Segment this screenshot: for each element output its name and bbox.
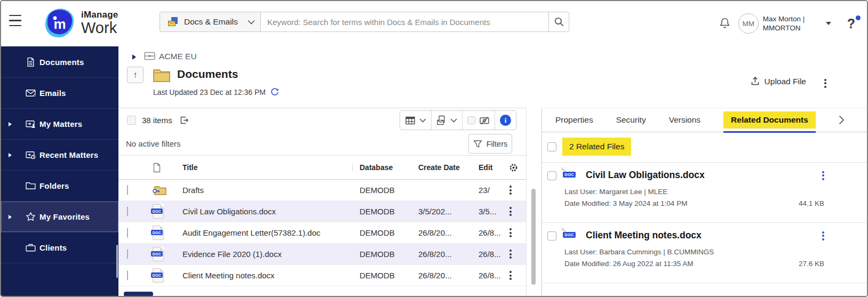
- header-more-options-icon[interactable]: [824, 77, 826, 89]
- table-header: Title Database Create Date Edit: [118, 156, 526, 180]
- filters-row: No active filters Filters: [118, 132, 526, 156]
- avatar[interactable]: MM: [738, 13, 759, 34]
- row-checkbox[interactable]: [127, 185, 128, 195]
- doc-email-view-icon: [436, 115, 447, 125]
- search-input[interactable]: [261, 12, 549, 32]
- search-scope-dropdown[interactable]: Docs & Emails: [160, 12, 261, 32]
- sidebar-filler: [1, 263, 118, 294]
- sidebar-item-emails[interactable]: Emails: [1, 77, 118, 108]
- related-file-card[interactable]: DOC Civil Law Obligations.docx Last User…: [542, 163, 868, 223]
- tab-properties[interactable]: Properties: [555, 115, 593, 125]
- recent-matters-icon: [25, 149, 36, 160]
- table-row[interactable]: DOC Civil Law Obligations.docx DEMODB 3/…: [118, 201, 526, 222]
- select-all-checkbox[interactable]: [127, 116, 136, 125]
- preview-toggle-group[interactable]: [462, 111, 495, 130]
- notifications-bell-icon[interactable]: [718, 17, 732, 31]
- row-title[interactable]: Client Meeting notes.docx: [182, 271, 360, 280]
- sidebar-item-my-favorites[interactable]: My Favorites: [1, 201, 118, 232]
- row-title[interactable]: Audit Engagement Letter(57382.1).doc: [182, 228, 360, 237]
- table-row[interactable]: DOC Audit Engagement Letter(57382.1).doc…: [118, 222, 526, 244]
- row-create-date: 26/8/20...: [418, 228, 479, 237]
- expand-arrow-icon[interactable]: [9, 153, 12, 157]
- navigate-up-button[interactable]: ↑: [127, 67, 144, 83]
- column-header-title[interactable]: Title: [182, 163, 360, 172]
- word-doc-icon: DOC: [153, 268, 182, 283]
- file-title[interactable]: Client Meeting notes.docx: [586, 230, 702, 241]
- chevron-down-icon: [248, 20, 255, 25]
- row-database: DEMODB: [360, 250, 418, 259]
- table-row[interactable]: DOC Client Meeting notes.docx DEMODB 26/…: [118, 265, 526, 286]
- column-header-database[interactable]: Database: [360, 163, 418, 172]
- more-tabs-chevron-icon[interactable]: [839, 115, 845, 125]
- sidebar-item-my-matters[interactable]: My Matters: [1, 108, 118, 139]
- file-type-column-icon[interactable]: [153, 163, 182, 173]
- upload-file-button[interactable]: Upload File: [750, 76, 806, 86]
- related-file-card[interactable]: DOC Client Meeting notes.docx Last User:…: [542, 223, 868, 283]
- filters-label: Filters: [487, 140, 507, 148]
- column-header-create-date[interactable]: Create Date: [418, 163, 479, 172]
- preview-checkbox[interactable]: [467, 116, 475, 124]
- row-more-options-icon[interactable]: [509, 184, 512, 196]
- file-more-options-icon[interactable]: [822, 230, 824, 242]
- no-active-filters-text: No active filters: [126, 139, 181, 148]
- sidebar-item-recent-matters[interactable]: Recent Matters: [1, 139, 118, 170]
- row-checkbox[interactable]: [127, 206, 128, 216]
- filters-button[interactable]: Filters: [468, 134, 512, 154]
- sidebar-scrollbar[interactable]: [116, 245, 118, 278]
- tab-related-documents[interactable]: Related Documents: [723, 111, 816, 129]
- refresh-icon[interactable]: [270, 87, 280, 97]
- file-size: 44.1 KB: [799, 199, 824, 207]
- sidebar-item-label: Documents: [39, 58, 84, 67]
- help-button[interactable]: ?: [847, 16, 855, 31]
- file-more-options-icon[interactable]: [822, 170, 824, 181]
- expand-arrow-icon[interactable]: [9, 215, 12, 219]
- sidebar-item-documents[interactable]: Documents: [1, 46, 118, 77]
- table-row[interactable]: DOC Evidence File 2020 (1).docx DEMODB 2…: [118, 244, 526, 265]
- top-bar: m iManage Work Docs & Emails: [1, 1, 867, 46]
- row-more-options-icon[interactable]: [509, 205, 512, 217]
- column-settings-gear-icon[interactable]: [508, 163, 519, 173]
- row-title[interactable]: Drafts: [182, 186, 360, 195]
- content-type-dropdown[interactable]: [431, 111, 462, 130]
- sidebar-item-label: Clients: [39, 243, 67, 252]
- file-checkbox[interactable]: [547, 231, 556, 240]
- file-last-user: Last User: Margaret Lee | MLEE: [564, 188, 667, 196]
- horizontal-scrollbar[interactable]: [124, 292, 153, 296]
- folder-key-icon: [153, 184, 182, 196]
- tab-security[interactable]: Security: [616, 115, 646, 125]
- table-row[interactable]: Drafts DEMODB 23/: [118, 180, 526, 201]
- word-doc-icon: DOC: [564, 228, 566, 237]
- file-title[interactable]: Civil Law Obligations.docx: [586, 170, 705, 181]
- row-title[interactable]: Evidence File 2020 (1).docx: [182, 250, 360, 259]
- sidebar-item-folders[interactable]: Folders: [1, 170, 118, 201]
- breadcrumb-workspace[interactable]: ACME EU: [159, 52, 197, 61]
- row-checkbox[interactable]: [127, 228, 128, 238]
- row-checkbox[interactable]: [127, 270, 128, 280]
- row-create-date: 3/5/202...: [418, 207, 479, 216]
- row-more-options-icon[interactable]: [509, 248, 512, 260]
- export-icon[interactable]: [179, 115, 189, 125]
- table-view-dropdown[interactable]: [400, 111, 431, 130]
- row-more-options-icon[interactable]: [509, 227, 512, 238]
- file-checkbox[interactable]: [547, 171, 556, 180]
- row-database: DEMODB: [360, 228, 418, 237]
- search-button[interactable]: [549, 12, 569, 32]
- user-menu-caret-icon[interactable]: [826, 22, 831, 25]
- row-checkbox[interactable]: [127, 249, 128, 259]
- vertical-scrollbar[interactable]: [531, 189, 536, 285]
- hamburger-menu-icon[interactable]: [9, 15, 21, 27]
- search-scope-label: Docs & Emails: [184, 17, 238, 27]
- tab-versions[interactable]: Versions: [669, 115, 700, 125]
- row-edit-date: 26/8...: [479, 250, 503, 259]
- row-more-options-icon[interactable]: [509, 269, 512, 281]
- sidebar-item-label: Recent Matters: [39, 150, 98, 159]
- sidebar-item-clients[interactable]: Clients: [1, 232, 118, 263]
- email-icon: [25, 87, 36, 99]
- row-edit-date: 26/8...: [479, 228, 503, 237]
- column-header-edit-date[interactable]: Edit: [479, 163, 503, 172]
- info-panel-toggle[interactable]: i: [495, 111, 516, 130]
- select-all-related-checkbox[interactable]: [547, 142, 556, 151]
- expand-arrow-icon[interactable]: [9, 122, 12, 126]
- row-title[interactable]: Civil Law Obligations.docx: [182, 207, 360, 216]
- breadcrumb-expand-icon[interactable]: [132, 54, 136, 60]
